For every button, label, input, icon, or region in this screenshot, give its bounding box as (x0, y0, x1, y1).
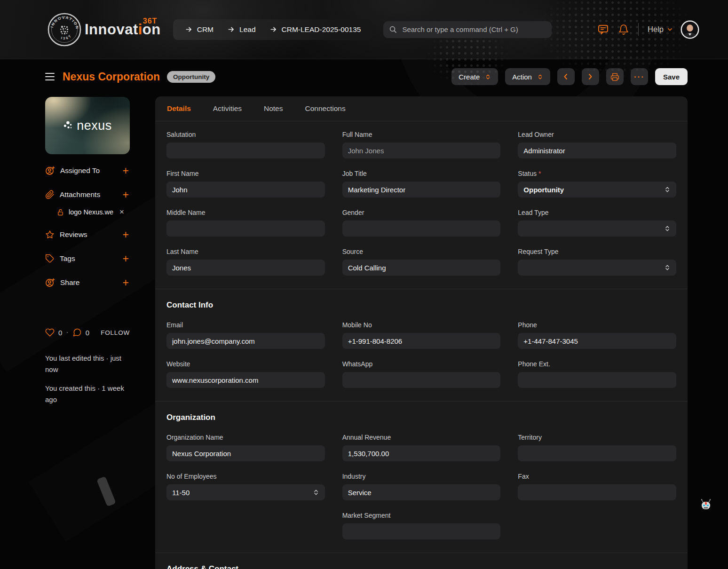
created-text: You created this · 1 week ago (45, 383, 130, 405)
empty-cell (518, 512, 676, 539)
brand-logo[interactable]: INNOVATION I36T Innovati36Ton (47, 12, 161, 47)
breadcrumb: CRM Lead CRM-LEAD-2025-00135 (173, 19, 373, 40)
unlock-icon (56, 208, 64, 216)
comment-icon[interactable] (72, 328, 82, 337)
full-name-input[interactable]: John Jones (342, 142, 501, 158)
sidebar-item-reviews: Reviews + (45, 229, 130, 241)
mobile-no-input[interactable]: +1-991-804-8206 (342, 333, 501, 349)
no-of-employees-select[interactable]: 11-50 (166, 484, 325, 500)
paperclip-icon (45, 190, 55, 199)
add-share-button[interactable]: + (122, 278, 130, 287)
lead-owner-input[interactable]: Administrator (518, 142, 676, 158)
phone-input[interactable]: +1-447-847-3045 (518, 333, 676, 349)
more-options-button[interactable]: ··· (631, 68, 648, 85)
tab-details[interactable]: Details (167, 104, 191, 113)
field-website: Website www.nexuscorporation.com (166, 360, 325, 388)
user-avatar[interactable] (682, 22, 698, 38)
contact-info-section: Email john.jones@company.com Mobile No +… (166, 321, 676, 388)
email-input[interactable]: john.jones@company.com (166, 333, 325, 349)
salutation-input[interactable] (166, 142, 325, 158)
field-label: Full Name (342, 131, 501, 138)
add-review-button[interactable]: + (122, 230, 130, 239)
organization-name-input[interactable]: Nexus Corporation (166, 445, 325, 461)
section-divider (155, 553, 688, 553)
action-button[interactable]: Action (505, 68, 550, 85)
address-contact-heading: Address & Contact (166, 564, 676, 569)
tab-connections[interactable]: Connections (305, 104, 346, 113)
middle-name-input[interactable] (166, 221, 325, 237)
printer-icon (610, 72, 619, 81)
help-menu[interactable]: Help (648, 25, 673, 34)
record-activity-meta: You last edited this · just now You crea… (45, 353, 130, 405)
print-button[interactable] (606, 68, 624, 85)
organization-logo-card: nexus (45, 97, 130, 154)
record-toolbar: Nexus Corporation Opportunity Create Act… (45, 66, 688, 87)
first-name-input[interactable]: John (166, 182, 325, 198)
field-label: Market Segment (342, 512, 501, 519)
lead-type-select[interactable] (518, 221, 676, 237)
add-assignee-button[interactable]: + (122, 166, 130, 175)
create-button[interactable]: Create (451, 68, 498, 85)
whatsapp-input[interactable] (342, 372, 501, 388)
field-organization-name: Organization Name Nexus Corporation (166, 434, 325, 461)
field-no-of-employees: No of Employees 11-50 (166, 473, 325, 500)
territory-input[interactable] (518, 445, 676, 461)
field-label: Salutation (166, 131, 325, 138)
remove-attachment-icon[interactable]: × (119, 207, 124, 217)
last-name-input[interactable]: Jones (166, 260, 325, 276)
field-label: Source (342, 248, 501, 255)
industry-input[interactable]: Service (342, 484, 501, 500)
field-label: Organization Name (166, 434, 325, 441)
field-fax: Fax (518, 473, 676, 500)
search-input[interactable] (401, 25, 546, 34)
feedback-chat-icon[interactable] (597, 24, 609, 35)
source-input[interactable]: Cold Calling (342, 260, 501, 276)
background-watermark (96, 476, 116, 507)
website-input[interactable]: www.nexuscorporation.com (166, 372, 325, 388)
breadcrumb-item-record[interactable]: CRM-LEAD-2025-00135 (270, 25, 361, 34)
heart-icon[interactable] (45, 328, 55, 337)
annual-revenue-input[interactable]: 1,530,700.00 (342, 445, 501, 461)
assistant-robot-icon[interactable] (699, 498, 713, 513)
job-title-input[interactable]: Marketing Director (342, 182, 501, 198)
field-whatsapp: WhatsApp (342, 360, 501, 388)
previous-record-button[interactable] (557, 68, 575, 85)
add-attachment-button[interactable]: + (122, 190, 130, 199)
field-label: Website (166, 360, 325, 368)
follow-button[interactable]: FOLLOW (101, 329, 130, 336)
field-phone: Phone +1-447-847-3045 (518, 321, 676, 349)
chevron-left-icon (562, 73, 570, 80)
attachment-item: logo Nexus.we × (56, 207, 130, 217)
arrow-right-icon (228, 26, 235, 33)
save-button[interactable]: Save (655, 68, 688, 85)
status-select[interactable]: Opportunity (518, 182, 676, 198)
sidebar-toggle-icon[interactable] (45, 71, 55, 83)
attachment-name[interactable]: logo Nexus.we (69, 208, 113, 216)
record-sidebar: nexus Assigned To + Attachments + logo N… (45, 97, 130, 413)
field-email: Email john.jones@company.com (166, 321, 325, 349)
chevron-right-icon (586, 73, 594, 80)
global-search[interactable] (383, 21, 552, 38)
field-lead-owner: Lead Owner Administrator (518, 131, 676, 158)
tab-activities[interactable]: Activities (213, 104, 242, 113)
field-industry: Industry Service (342, 473, 501, 500)
phone-ext-input[interactable] (518, 372, 676, 388)
gender-input[interactable] (342, 221, 501, 237)
sidebar-item-tags: Tags + (45, 253, 130, 265)
request-type-select[interactable] (518, 260, 676, 276)
breadcrumb-item-lead[interactable]: Lead (228, 25, 255, 34)
field-job-title: Job Title Marketing Director (342, 170, 501, 198)
add-tag-button[interactable]: + (122, 254, 130, 263)
field-middle-name: Middle Name (166, 209, 325, 237)
field-salutation: Salutation (166, 131, 325, 158)
field-label: Phone (518, 321, 676, 329)
fax-input[interactable] (518, 484, 676, 500)
market-segment-input[interactable] (342, 523, 501, 539)
next-record-button[interactable] (582, 68, 599, 85)
breadcrumb-item-crm[interactable]: CRM (185, 25, 214, 34)
nexus-logo-icon (63, 120, 73, 131)
field-status: Status* Opportunity (518, 170, 676, 198)
notifications-bell-icon[interactable] (618, 24, 629, 35)
organization-section: Organization Name Nexus Corporation Annu… (166, 434, 676, 539)
tab-notes[interactable]: Notes (264, 104, 283, 113)
